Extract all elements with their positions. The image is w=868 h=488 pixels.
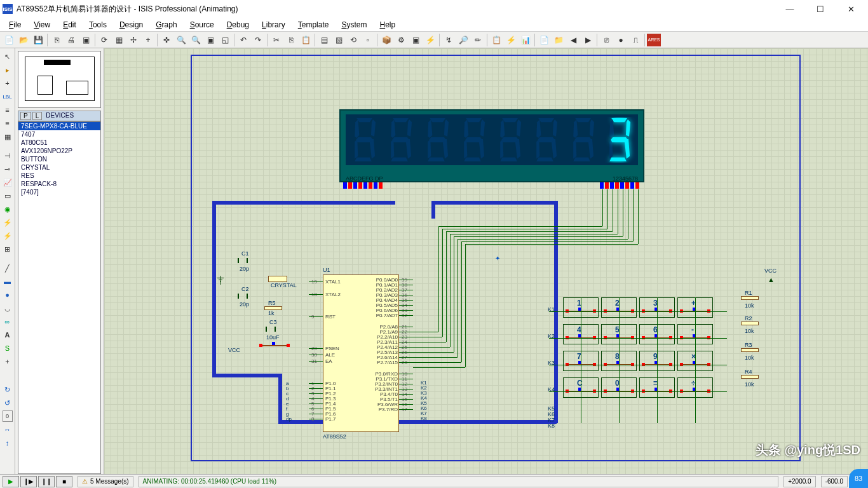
maximize-button[interactable]: ☐	[811, 3, 830, 15]
menu-template[interactable]: Template	[293, 19, 334, 30]
list-item[interactable]: AVX1206NPO22P	[18, 147, 100, 155]
zoom-out-icon[interactable]: 🔍	[189, 34, 203, 46]
area-icon[interactable]: ▣	[79, 34, 93, 46]
instrument-icon[interactable]: ⊞	[2, 243, 13, 255]
redo-icon[interactable]: ↷	[251, 34, 265, 46]
mirror-v-icon[interactable]: ↕	[2, 437, 13, 449]
cap-c3[interactable]	[266, 327, 276, 332]
circle-icon[interactable]: ●	[2, 289, 13, 301]
play-button[interactable]: ▶	[3, 476, 19, 487]
block-copy-icon[interactable]: ▤	[317, 34, 331, 46]
menu-design[interactable]: Design	[114, 19, 148, 30]
undo-icon[interactable]: ↶	[236, 34, 250, 46]
pin-icon[interactable]: ⊸	[2, 163, 13, 175]
subcircuit-icon[interactable]: ▦	[2, 131, 13, 142]
paste-icon[interactable]: 📋	[299, 34, 313, 46]
minimize-button[interactable]: —	[780, 3, 799, 15]
junction-dot-icon[interactable]: +	[2, 78, 13, 89]
label-icon[interactable]: LBL	[2, 91, 13, 102]
block-rotate-icon[interactable]: ⟲	[346, 34, 360, 46]
text-icon[interactable]: A	[2, 329, 13, 341]
property-icon[interactable]: ✏	[471, 34, 485, 46]
netlist-icon[interactable]: ⚡	[504, 34, 518, 46]
zoom-all-icon[interactable]: ▣	[203, 34, 217, 46]
seven-seg-display[interactable]: ABCDEFG DP 12345678	[339, 109, 644, 182]
bus-icon[interactable]: ≡	[2, 118, 13, 129]
text-script-icon[interactable]: ≡	[2, 104, 13, 116]
search-icon[interactable]: 🔎	[456, 34, 470, 46]
cap-c1[interactable]	[238, 258, 248, 263]
res-r4[interactable]	[741, 375, 759, 379]
pause-button[interactable]: ❙❙	[38, 476, 55, 487]
probe-v-icon[interactable]: ⚡	[2, 217, 13, 228]
p-button[interactable]: P	[20, 112, 31, 120]
pick-icon[interactable]: 📦	[379, 34, 393, 46]
stop-button[interactable]: ■	[56, 476, 72, 487]
component-icon[interactable]: ▸	[2, 64, 13, 76]
terminal-mode-icon[interactable]: ⊣	[2, 150, 13, 161]
reset-button[interactable]	[261, 342, 288, 349]
list-item[interactable]: RES	[18, 172, 100, 180]
res-r2[interactable]	[741, 322, 759, 325]
project-icon[interactable]: 📁	[552, 34, 566, 46]
save-icon[interactable]: 💾	[31, 34, 45, 46]
list-item[interactable]: BUTTON	[18, 155, 100, 163]
menu-system[interactable]: System	[336, 19, 372, 30]
origin-icon[interactable]: ✢	[126, 34, 140, 46]
cap-c2[interactable]	[238, 294, 248, 299]
line-icon[interactable]: ╱	[2, 262, 13, 274]
menu-graph[interactable]: Graph	[151, 19, 182, 30]
package-icon[interactable]: ▣	[409, 34, 423, 46]
zoom-in-icon[interactable]: 🔍	[174, 34, 188, 46]
arc-icon[interactable]: ◡	[2, 302, 13, 314]
erc-icon[interactable]: 📋	[489, 34, 503, 46]
generator-mode-icon[interactable]: ◉	[2, 203, 13, 215]
wire-autoroute-icon[interactable]: ↯	[442, 34, 456, 46]
step-button[interactable]: ❙▶	[20, 476, 37, 487]
block-move-icon[interactable]: ▧	[332, 34, 346, 46]
decompose-icon[interactable]: ⚡	[423, 34, 437, 46]
angle-input[interactable]: 0	[3, 410, 13, 422]
menu-file[interactable]: File	[4, 19, 26, 30]
list-item[interactable]: 7SEG-MPX8-CA-BLUE	[18, 122, 100, 130]
schematic-canvas[interactable]: ABCDEFG DP 12345678	[104, 48, 868, 474]
menu-debug[interactable]: Debug	[222, 19, 254, 30]
import-icon[interactable]: ⎘	[50, 34, 64, 46]
print-icon[interactable]: 🖨	[64, 34, 78, 46]
copy-icon[interactable]: ⎘	[284, 34, 298, 46]
new-icon[interactable]: 📄	[2, 34, 16, 46]
cursor-icon[interactable]: +	[141, 34, 155, 46]
l-button[interactable]: L	[32, 112, 43, 120]
grid-icon[interactable]: ▦	[112, 34, 126, 46]
bom-icon[interactable]: 📊	[519, 34, 532, 46]
junction-icon[interactable]: ●	[614, 34, 628, 46]
crystal-x1[interactable]	[268, 276, 287, 282]
menu-tools[interactable]: Tools	[84, 19, 112, 30]
path-icon[interactable]: ∞	[2, 316, 13, 327]
probe-i-icon[interactable]: ⚡	[2, 230, 13, 241]
make-icon[interactable]: ⚙	[394, 34, 408, 46]
tape-icon[interactable]: ▭	[2, 190, 13, 201]
list-item[interactable]: CRYSTAL	[18, 163, 100, 172]
cut-icon[interactable]: ✂	[269, 34, 283, 46]
report-icon[interactable]: 📄	[537, 34, 551, 46]
marker-icon[interactable]: +	[2, 356, 13, 367]
overview-window[interactable]	[18, 51, 101, 108]
page-left-icon[interactable]: ◀	[566, 34, 580, 46]
menu-source[interactable]: Source	[185, 19, 219, 30]
menu-library[interactable]: Library	[257, 19, 290, 30]
res-r5[interactable]	[264, 306, 282, 310]
symbol-icon[interactable]: S	[2, 342, 13, 354]
select-icon[interactable]: ↖	[2, 51, 13, 62]
graph-mode-icon[interactable]: 📈	[2, 177, 13, 188]
list-item[interactable]: AT80C51	[18, 139, 100, 147]
messages-status[interactable]: ⚠ 5 Message(s)	[78, 476, 133, 487]
menu-edit[interactable]: Edit	[58, 19, 81, 30]
zoom-area-icon[interactable]: ◱	[218, 34, 232, 46]
list-item[interactable]: 7407	[18, 130, 100, 139]
device-list[interactable]: 7SEG-MPX8-CA-BLUE 7407 AT80C51 AVX1206NP…	[18, 121, 101, 474]
generator-icon[interactable]: ⎍	[628, 34, 642, 46]
menu-view[interactable]: View	[29, 19, 55, 30]
close-button[interactable]: ✕	[841, 3, 860, 15]
refresh-icon[interactable]: ⟳	[97, 34, 111, 46]
